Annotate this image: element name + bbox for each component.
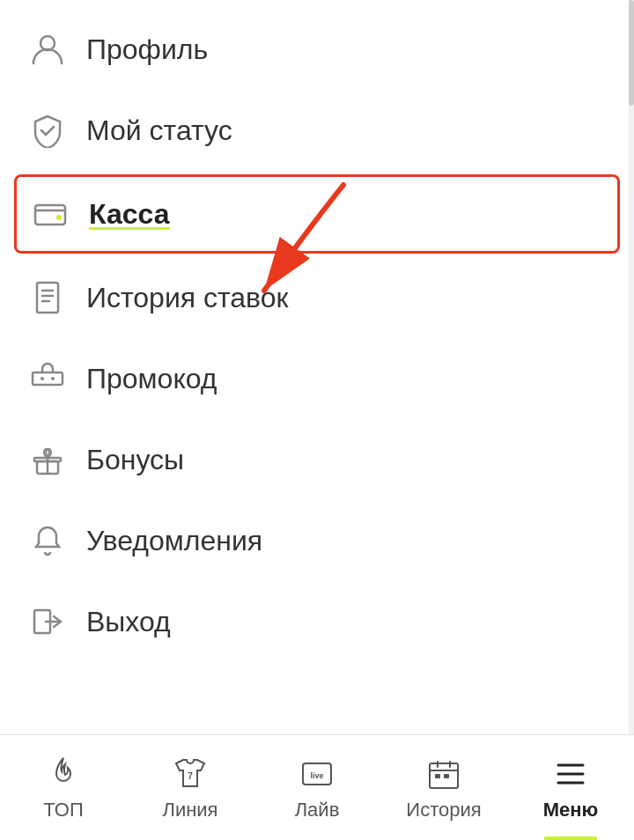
- svg-rect-16: [444, 774, 449, 778]
- menu-item-notifications[interactable]: Уведомления: [0, 500, 634, 581]
- menu-item-logout-label: Выход: [86, 606, 171, 638]
- fire-icon: [44, 755, 83, 793]
- menu-item-promo[interactable]: Промокод: [0, 338, 634, 419]
- menu-list: Профиль Мой статус Касса: [0, 0, 634, 671]
- scrollbar-track: [629, 0, 634, 734]
- bell-icon: [26, 519, 69, 562]
- calendar-icon: [424, 755, 463, 793]
- svg-rect-4: [37, 283, 58, 313]
- logout-icon: [26, 601, 69, 643]
- nav-item-top[interactable]: ТОП: [0, 735, 127, 840]
- nav-item-liniya-label: Линия: [162, 799, 217, 822]
- svg-rect-1: [35, 205, 65, 225]
- svg-point-2: [56, 215, 62, 220]
- nav-item-live-label: Лайв: [295, 799, 340, 822]
- document-icon: [26, 276, 69, 319]
- svg-rect-15: [435, 774, 440, 778]
- nav-item-history-label: История: [406, 799, 481, 822]
- menu-item-bonuses[interactable]: Бонусы: [0, 419, 634, 500]
- nav-item-live[interactable]: live Лайв: [254, 735, 380, 840]
- svg-text:7: 7: [188, 771, 193, 781]
- nav-item-menu[interactable]: Меню: [507, 735, 634, 840]
- nav-item-menu-label: Меню: [543, 799, 599, 822]
- shirt-icon: 7: [171, 755, 210, 793]
- menu-item-notifications-label: Уведомления: [86, 525, 262, 557]
- svg-text:live: live: [310, 771, 323, 780]
- menu-icon: [551, 755, 590, 793]
- svg-point-0: [41, 36, 55, 50]
- menu-item-promo-label: Промокод: [86, 363, 217, 395]
- scrollbar-thumb[interactable]: [629, 0, 634, 106]
- menu-item-bonuses-label: Бонусы: [86, 444, 184, 476]
- live-icon: live: [298, 755, 336, 793]
- svg-point-6: [41, 377, 44, 380]
- nav-item-history[interactable]: История: [380, 735, 507, 840]
- menu-item-history[interactable]: История ставок: [0, 257, 634, 338]
- nav-item-top-label: ТОП: [43, 799, 83, 822]
- svg-point-7: [51, 377, 55, 380]
- menu-item-status-label: Мой статус: [86, 114, 232, 147]
- shield-check-icon: [26, 109, 69, 151]
- bottom-nav: ТОП 7 Линия live Лайв История Меню: [0, 734, 634, 840]
- menu-item-profile[interactable]: Профиль: [0, 9, 634, 90]
- person-icon: [26, 28, 69, 70]
- menu-content: Профиль Мой статус Касса: [0, 0, 634, 734]
- menu-item-status[interactable]: Мой статус: [0, 90, 634, 171]
- promo-icon: [26, 357, 69, 400]
- svg-rect-5: [33, 372, 63, 385]
- menu-item-kassa[interactable]: Касса: [14, 174, 620, 254]
- menu-item-profile-label: Профиль: [86, 33, 208, 66]
- nav-item-liniya[interactable]: 7 Линия: [127, 735, 254, 840]
- menu-item-logout[interactable]: Выход: [0, 581, 634, 662]
- gift-icon: [26, 438, 69, 481]
- menu-item-history-label: История ставок: [86, 282, 289, 314]
- wallet-icon: [29, 193, 71, 235]
- menu-item-kassa-label: Касса: [89, 198, 170, 231]
